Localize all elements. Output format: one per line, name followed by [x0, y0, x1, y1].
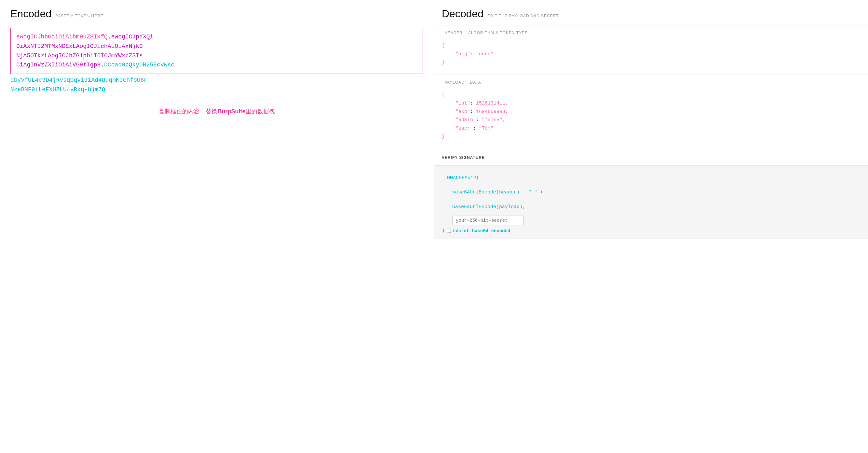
payload-exp-key: "exp" [450, 109, 470, 115]
checkbox-label: secret base64 encoded [453, 228, 510, 233]
header-alg-sep: : [470, 52, 476, 57]
encoded-subtitle: PASTE A TOKEN HERE [55, 14, 103, 18]
secret-base64-checkbox[interactable] [447, 229, 451, 233]
header-section: HEADER: ALGORITHM & TOKEN TYPE { "alg": … [434, 25, 868, 75]
encoded-title: Encoded [10, 8, 52, 20]
encoded-header: Encoded PASTE A TOKEN HERE [10, 8, 423, 20]
verify-func: HMACSHA512( [442, 171, 860, 186]
verify-close-row: ) secret base64 encoded [442, 228, 860, 233]
token-sig-line3: NzeBNF9tLeFXHZLU4yRkq-bjm7Q [10, 85, 423, 94]
main-container: Encoded PASTE A TOKEN HERE ewogICJhbGciO… [0, 0, 868, 453]
verify-code-area: HMACSHA512( base64UrlEncode(header) + ".… [434, 166, 868, 239]
header-close-brace: } [442, 60, 445, 65]
header-section-label: HEADER: ALGORITHM & TOKEN TYPE [442, 31, 860, 35]
payload-code: { "iat": 1526131411, "exp": 1694609993, … [442, 89, 860, 144]
verify-line2: base64UrlEncode(payload), [442, 200, 860, 215]
decoded-header: Decoded EDIT THE PAYLOAD AND SECRET [434, 0, 868, 25]
payload-open-brace: { [442, 92, 445, 98]
token-selected-box: ewogICJhbGciOiAibm9uZSIKfQ.ewogICJpYXQiO… [10, 28, 423, 74]
payload-user-val: "Tom" [479, 126, 494, 131]
header-alg-key: "alg" [450, 52, 470, 57]
payload-user-key: "user" [450, 126, 473, 131]
verify-section-label: VERIFY SIGNATURE [442, 155, 485, 160]
encoded-panel: Encoded PASTE A TOKEN HERE ewogICJhbGciO… [0, 0, 434, 453]
dot1: . [108, 33, 111, 40]
verify-secret-row [442, 216, 860, 225]
payload-section: PAYLOAD: DATA { "iat": 1526131411, "exp"… [434, 75, 868, 149]
payload-exp-val: 1694609993, [476, 109, 508, 115]
verify-close-paren: ) [442, 228, 445, 233]
header-open-brace: { [442, 43, 445, 49]
secret-input[interactable] [452, 216, 524, 225]
payload-section-label: PAYLOAD: DATA [442, 80, 860, 85]
token-display: ewogICJhbGciOiAibm9uZSIKfQ.ewogICJpYXQiO… [10, 28, 423, 94]
decoded-title: Decoded [442, 8, 484, 20]
token-sig-line1: DCoaq9zQkyDH25EcVWKc [104, 61, 175, 68]
decoded-panel: Decoded EDIT THE PAYLOAD AND SECRET HEAD… [434, 0, 868, 453]
verify-label: VERIFY SIGNATURE [434, 149, 868, 166]
dot2: . [100, 61, 104, 68]
verify-section: VERIFY SIGNATURE HMACSHA512( base64UrlEn… [434, 149, 868, 239]
payload-close-brace: } [442, 134, 445, 139]
payload-admin-key: "admin" [450, 117, 476, 123]
header-code: { "alg": "none" } [442, 39, 860, 69]
header-alg-val: "none" [476, 52, 494, 57]
token-sig-line2: dbyVfUL4c9D4jRvsqOqvi9iAd4QuqmKcchfbU8F [10, 76, 423, 85]
token-header-part: ewogICJhbGciOiAibm9uZSIKfQ [16, 33, 108, 40]
verify-line1: base64UrlEncode(header) + "." + [442, 185, 860, 200]
payload-iat-key: "iat" [450, 101, 470, 106]
decoded-subtitle: EDIT THE PAYLOAD AND SECRET [487, 14, 559, 18]
payload-iat-val: 1526131411, [476, 101, 508, 106]
payload-admin-val: "false", [482, 117, 505, 123]
instruction-text: 复制框住的内容，替换BurpSuite里的数据包 [10, 108, 423, 115]
